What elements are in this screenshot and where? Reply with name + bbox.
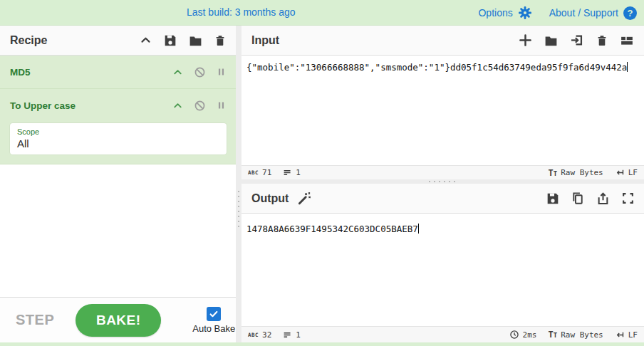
collapse-op-icon[interactable] (172, 67, 183, 78)
input-header: Input (242, 26, 644, 56)
save-recipe-icon[interactable] (164, 34, 177, 47)
gear-icon (518, 6, 532, 20)
question-mark-icon: ? (623, 6, 637, 20)
bake-button[interactable]: BAKE! (76, 304, 161, 337)
input-eol-select[interactable]: LF (615, 168, 638, 177)
output-eol-select[interactable]: LF (615, 330, 638, 340)
operation-md5[interactable]: MD5 (0, 56, 236, 89)
top-banner: Last build: 3 months ago Options Ab (0, 0, 644, 26)
recipe-pane: Recipe (0, 26, 236, 342)
recipe-header: Recipe (0, 26, 236, 56)
text-cursor (627, 62, 628, 72)
bake-time: 2ms (509, 330, 537, 340)
bake-controls: STEP BAKE! Auto Bake (0, 297, 236, 342)
replace-input-with-output-icon[interactable] (596, 192, 610, 205)
line-count: 1 (283, 168, 301, 177)
recipe-list: MD5 To (0, 56, 236, 297)
output-header: Output (242, 184, 644, 214)
output-encoding-select[interactable]: TT Raw Bytes (548, 330, 603, 340)
output-text: 1478A8A6639F1495342C603DC05BAEB7 (246, 224, 418, 234)
save-output-icon[interactable] (546, 192, 559, 205)
output-textarea[interactable]: 1478A8A6639F1495342C603DC05BAEB7 (242, 214, 644, 326)
recipe-title: Recipe (10, 34, 47, 47)
scope-value: All (17, 137, 219, 150)
input-encoding-select[interactable]: TT Raw Bytes (548, 168, 603, 178)
clear-input-trash-icon[interactable] (596, 34, 608, 47)
scope-select[interactable]: Scope All (10, 123, 227, 154)
open-file-folder-icon[interactable] (544, 34, 558, 47)
char-count-icon: ABC (248, 169, 259, 176)
char-count: ABC 32 (248, 330, 271, 340)
step-button[interactable]: STEP (16, 312, 54, 328)
about-support-button[interactable]: About / Support ? (549, 6, 637, 20)
options-button[interactable]: Options (478, 6, 531, 20)
input-tabs-layout-icon[interactable] (620, 34, 634, 47)
copy-output-icon[interactable] (571, 192, 584, 205)
input-pane: Input (242, 26, 644, 179)
encoding-icon: TT (548, 168, 557, 178)
text-cursor (418, 224, 419, 234)
operation-title: MD5 (10, 67, 31, 78)
about-support-label: About / Support (549, 7, 618, 19)
clock-icon (509, 330, 519, 340)
horizontal-splitter[interactable] (242, 179, 644, 184)
magic-wand-icon[interactable] (297, 192, 311, 206)
eol-arrow-icon (615, 168, 625, 177)
breakpoint-pause-icon[interactable] (217, 67, 226, 77)
operation-to-upper-case[interactable]: To Upper case Scope (0, 89, 236, 164)
load-recipe-folder-icon[interactable] (189, 34, 202, 47)
operation-title: To Upper case (10, 100, 76, 111)
vertical-splitter[interactable] (236, 26, 242, 342)
output-title: Output (251, 192, 289, 205)
char-count: ABC 71 (248, 168, 271, 177)
open-folder-input-icon[interactable] (570, 33, 584, 47)
output-pane: Output (242, 184, 644, 342)
last-build-link[interactable]: Last build: 3 months ago (187, 6, 296, 18)
collapse-recipe-icon[interactable] (140, 34, 152, 46)
eol-arrow-icon (615, 330, 625, 340)
line-count-icon (283, 168, 292, 177)
add-input-icon[interactable] (519, 33, 532, 47)
input-status-bar: ABC 71 1 TT Raw Bytes (242, 165, 644, 179)
options-label: Options (478, 7, 512, 19)
scope-label: Scope (17, 127, 219, 137)
auto-bake-checkbox[interactable] (207, 307, 221, 321)
line-count-icon (283, 330, 292, 340)
char-count-icon: ABC (248, 332, 259, 338)
line-count: 1 (283, 330, 301, 340)
disable-op-icon[interactable] (194, 66, 206, 78)
auto-bake-label: Auto Bake (192, 323, 235, 334)
input-textarea[interactable]: {"mobile":"13066668888","smsmode":"1"}dd… (242, 56, 644, 165)
maximize-output-icon[interactable] (622, 192, 634, 204)
collapse-op-icon[interactable] (172, 100, 183, 111)
checkmark-icon (209, 309, 219, 319)
encoding-icon: TT (548, 330, 557, 340)
clear-recipe-trash-icon[interactable] (214, 34, 226, 47)
breakpoint-pause-icon[interactable] (217, 100, 226, 110)
input-title: Input (251, 34, 279, 47)
input-text: {"mobile":"13066668888","smsmode":"1"}dd… (246, 62, 627, 73)
disable-op-icon[interactable] (194, 100, 206, 112)
output-status-bar: ABC 32 1 2ms (242, 326, 644, 342)
